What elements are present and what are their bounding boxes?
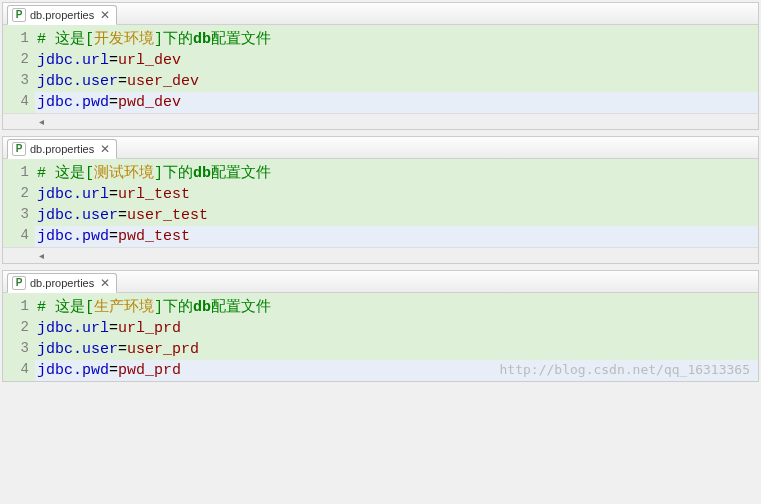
tab-filename: db.properties bbox=[30, 9, 94, 21]
line-content[interactable]: # 这是[生产环境]下的db配置文件 bbox=[35, 297, 758, 318]
editor-panel: Pdb.properties✕1# 这是[生产环境]下的db配置文件2jdbc.… bbox=[2, 270, 759, 382]
line-content[interactable]: jdbc.user=user_prd bbox=[35, 339, 758, 360]
env-name: 开发环境 bbox=[94, 31, 154, 48]
comment-text: 这是[ bbox=[46, 299, 94, 316]
db-word: db bbox=[193, 31, 211, 48]
equals-sign: = bbox=[109, 228, 118, 245]
prop-key: jdbc.user bbox=[37, 341, 118, 358]
horizontal-scrollbar[interactable]: ◂ bbox=[3, 247, 758, 263]
comment-text: 配置文件 bbox=[211, 31, 271, 48]
line-content[interactable]: jdbc.url=url_dev bbox=[35, 50, 758, 71]
code-line[interactable]: 1# 这是[生产环境]下的db配置文件 bbox=[3, 297, 758, 318]
equals-sign: = bbox=[118, 73, 127, 90]
prop-key: jdbc.pwd bbox=[37, 94, 109, 111]
prop-key: jdbc.user bbox=[37, 73, 118, 90]
line-content[interactable]: jdbc.user=user_test bbox=[35, 205, 758, 226]
code-line[interactable]: 2jdbc.url=url_dev bbox=[3, 50, 758, 71]
code-line[interactable]: 3jdbc.user=user_test bbox=[3, 205, 758, 226]
line-content[interactable]: jdbc.pwd=pwd_prd bbox=[35, 360, 758, 381]
editor-tab[interactable]: Pdb.properties✕ bbox=[7, 273, 117, 293]
editor-tab[interactable]: Pdb.properties✕ bbox=[7, 5, 117, 25]
properties-file-icon: P bbox=[12, 142, 26, 156]
equals-sign: = bbox=[109, 52, 118, 69]
equals-sign: = bbox=[109, 186, 118, 203]
equals-sign: = bbox=[118, 341, 127, 358]
code-line[interactable]: 4jdbc.pwd=pwd_dev bbox=[3, 92, 758, 113]
code-line[interactable]: 3jdbc.user=user_dev bbox=[3, 71, 758, 92]
scroll-left-icon[interactable]: ◂ bbox=[35, 115, 47, 127]
prop-value: url_prd bbox=[118, 320, 181, 337]
prop-key: jdbc.url bbox=[37, 186, 109, 203]
prop-value: url_dev bbox=[118, 52, 181, 69]
comment-text: ]下的 bbox=[154, 299, 193, 316]
env-name: 测试环境 bbox=[94, 165, 154, 182]
equals-sign: = bbox=[109, 320, 118, 337]
line-content[interactable]: # 这是[测试环境]下的db配置文件 bbox=[35, 163, 758, 184]
code-area[interactable]: 1# 这是[测试环境]下的db配置文件2jdbc.url=url_test3jd… bbox=[3, 159, 758, 247]
line-number: 2 bbox=[3, 318, 35, 339]
code-area[interactable]: 1# 这是[开发环境]下的db配置文件2jdbc.url=url_dev3jdb… bbox=[3, 25, 758, 113]
equals-sign: = bbox=[118, 207, 127, 224]
line-number: 1 bbox=[3, 163, 35, 184]
equals-sign: = bbox=[109, 362, 118, 379]
comment-text: 这是[ bbox=[46, 31, 94, 48]
prop-key: jdbc.url bbox=[37, 52, 109, 69]
scroll-left-icon[interactable]: ◂ bbox=[35, 249, 47, 261]
prop-value: pwd_prd bbox=[118, 362, 181, 379]
line-content[interactable]: jdbc.url=url_prd bbox=[35, 318, 758, 339]
code-area[interactable]: 1# 这是[生产环境]下的db配置文件2jdbc.url=url_prd3jdb… bbox=[3, 293, 758, 381]
code-line[interactable]: 4jdbc.pwd=pwd_prd bbox=[3, 360, 758, 381]
prop-value: user_prd bbox=[127, 341, 199, 358]
db-word: db bbox=[193, 165, 211, 182]
line-number: 1 bbox=[3, 297, 35, 318]
code-line[interactable]: 1# 这是[开发环境]下的db配置文件 bbox=[3, 29, 758, 50]
line-number: 4 bbox=[3, 360, 35, 381]
code-line[interactable]: 1# 这是[测试环境]下的db配置文件 bbox=[3, 163, 758, 184]
line-content[interactable]: jdbc.pwd=pwd_dev bbox=[35, 92, 758, 113]
prop-key: jdbc.pwd bbox=[37, 362, 109, 379]
line-content[interactable]: jdbc.user=user_dev bbox=[35, 71, 758, 92]
line-number: 1 bbox=[3, 29, 35, 50]
line-number: 3 bbox=[3, 71, 35, 92]
tab-bar: Pdb.properties✕ bbox=[3, 137, 758, 159]
line-number: 2 bbox=[3, 184, 35, 205]
prop-value: user_dev bbox=[127, 73, 199, 90]
line-number: 3 bbox=[3, 205, 35, 226]
line-content[interactable]: jdbc.url=url_test bbox=[35, 184, 758, 205]
prop-value: pwd_test bbox=[118, 228, 190, 245]
comment-text: ]下的 bbox=[154, 165, 193, 182]
comment-text: ]下的 bbox=[154, 31, 193, 48]
comment-hash: # bbox=[37, 299, 46, 316]
tab-bar: Pdb.properties✕ bbox=[3, 3, 758, 25]
line-number: 4 bbox=[3, 226, 35, 247]
line-number: 3 bbox=[3, 339, 35, 360]
editor-panel: Pdb.properties✕1# 这是[开发环境]下的db配置文件2jdbc.… bbox=[2, 2, 759, 130]
prop-value: url_test bbox=[118, 186, 190, 203]
properties-file-icon: P bbox=[12, 276, 26, 290]
code-line[interactable]: 4jdbc.pwd=pwd_test bbox=[3, 226, 758, 247]
tab-filename: db.properties bbox=[30, 277, 94, 289]
code-line[interactable]: 2jdbc.url=url_test bbox=[3, 184, 758, 205]
comment-hash: # bbox=[37, 31, 46, 48]
horizontal-scrollbar[interactable]: ◂ bbox=[3, 113, 758, 129]
comment-text: 这是[ bbox=[46, 165, 94, 182]
editor-tab[interactable]: Pdb.properties✕ bbox=[7, 139, 117, 159]
db-word: db bbox=[193, 299, 211, 316]
line-content[interactable]: # 这是[开发环境]下的db配置文件 bbox=[35, 29, 758, 50]
code-line[interactable]: 3jdbc.user=user_prd bbox=[3, 339, 758, 360]
editor-panel: Pdb.properties✕1# 这是[测试环境]下的db配置文件2jdbc.… bbox=[2, 136, 759, 264]
comment-hash: # bbox=[37, 165, 46, 182]
line-number: 2 bbox=[3, 50, 35, 71]
line-content[interactable]: jdbc.pwd=pwd_test bbox=[35, 226, 758, 247]
comment-text: 配置文件 bbox=[211, 165, 271, 182]
code-line[interactable]: 2jdbc.url=url_prd bbox=[3, 318, 758, 339]
properties-file-icon: P bbox=[12, 8, 26, 22]
prop-value: pwd_dev bbox=[118, 94, 181, 111]
prop-key: jdbc.pwd bbox=[37, 228, 109, 245]
close-icon[interactable]: ✕ bbox=[100, 143, 110, 155]
close-icon[interactable]: ✕ bbox=[100, 277, 110, 289]
tab-bar: Pdb.properties✕ bbox=[3, 271, 758, 293]
close-icon[interactable]: ✕ bbox=[100, 9, 110, 21]
tab-filename: db.properties bbox=[30, 143, 94, 155]
comment-text: 配置文件 bbox=[211, 299, 271, 316]
